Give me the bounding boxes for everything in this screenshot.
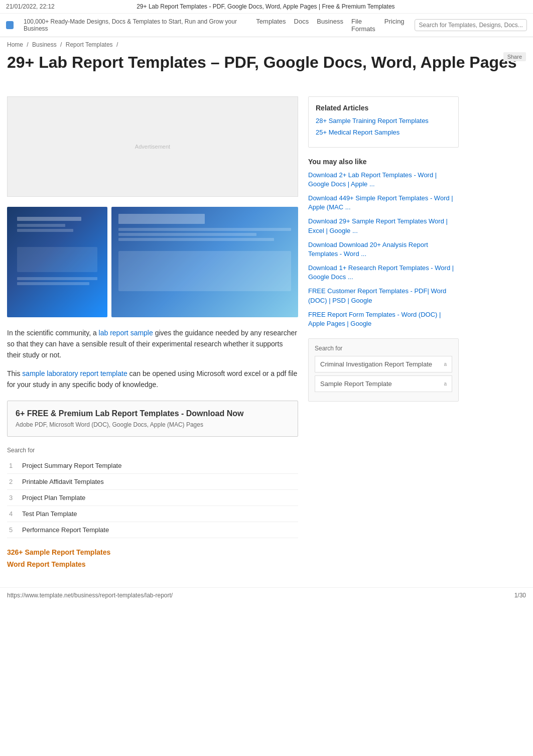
sidebar: Related Articles 28+ Sample Training Rep… — [308, 96, 459, 572]
search-list-item[interactable]: 4Test Plan Template — [7, 506, 298, 522]
you-may-also-link[interactable]: Download 449+ Simple Report Templates - … — [308, 194, 459, 212]
lab-report-sample-link[interactable]: lab report sample — [99, 329, 153, 337]
main-nav: Templates Docs Business File Formats Pri… — [256, 18, 404, 33]
main-layout: Advertisement — [0, 96, 533, 572]
content-area: Advertisement — [7, 96, 298, 572]
tagline: 100,000+ Ready-Made Designs, Docs & Temp… — [24, 18, 246, 32]
related-article-link[interactable]: 28+ Sample Training Report Templates — [316, 117, 451, 124]
body-text: In the scientific community, a lab repor… — [7, 327, 298, 391]
breadcrumb-business[interactable]: Business — [32, 41, 57, 48]
sample-lab-report-link[interactable]: sample laboratory report template — [22, 369, 127, 377]
bottom-bar: https://www.template.net/business/report… — [0, 587, 533, 603]
images-grid — [7, 207, 298, 317]
bottom-links: 326+ Sample Report TemplatesWord Report … — [7, 548, 298, 568]
related-articles-items: 28+ Sample Training Report Templates25+ … — [316, 117, 451, 136]
nav-pricing[interactable]: Pricing — [384, 18, 405, 33]
search-list-item[interactable]: 3Project Plan Template — [7, 490, 298, 506]
breadcrumb-report-templates[interactable]: Report Templates — [66, 41, 113, 48]
nav-search-input[interactable] — [415, 19, 527, 31]
you-may-also-link[interactable]: Download Download 20+ Analysis Report Te… — [308, 240, 459, 259]
search-list-item[interactable]: 2Printable Affidavit Templates — [7, 474, 298, 490]
cta-subtitle: Adobe PDF, Microsoft Word (DOC), Google … — [16, 421, 290, 428]
cta-title: 6+ FREE & Premium Lab Report Templates -… — [16, 409, 290, 418]
breadcrumb-home[interactable]: Home — [7, 41, 23, 48]
related-articles-title: Related Articles — [316, 104, 451, 112]
page-title-area: 29+ Lab Report Templates – PDF, Google D… — [0, 52, 533, 86]
page-title: 29+ Lab Report Templates – PDF, Google D… — [7, 52, 526, 73]
you-may-also-items: Download 2+ Lab Report Templates - Word … — [308, 171, 459, 329]
sidebar-search-option[interactable]: Sample Report Templatea — [315, 375, 452, 392]
bottom-link[interactable]: 326+ Sample Report Templates — [7, 548, 298, 556]
you-may-also-title: You may also like — [308, 158, 459, 166]
nav-bar: 100,000+ Ready-Made Designs, Docs & Temp… — [0, 14, 533, 37]
search-list: 1Project Summary Report Template2Printab… — [7, 458, 298, 538]
you-may-also-section: You may also like Download 2+ Lab Report… — [308, 158, 459, 329]
sidebar-search-label: Search for — [315, 345, 452, 352]
site-logo-icon — [6, 21, 14, 29]
you-may-also-link[interactable]: Download 2+ Lab Report Templates - Word … — [308, 171, 459, 189]
template-image-right[interactable] — [111, 207, 298, 317]
search-for-label: Search for — [7, 447, 298, 454]
bottom-link[interactable]: Word Report Templates — [7, 560, 298, 568]
sidebar-search-option[interactable]: Criminal Investigation Report Templatea — [315, 356, 452, 372]
template-image-left[interactable] — [7, 207, 107, 317]
nav-file-formats[interactable]: File Formats — [351, 18, 376, 33]
you-may-also-link[interactable]: FREE Report Form Templates - Word (DOC) … — [308, 310, 459, 328]
sidebar-search-widget: Search for Criminal Investigation Report… — [308, 338, 459, 402]
page-indicator: 1/30 — [514, 592, 526, 599]
nav-business[interactable]: Business — [317, 18, 343, 33]
browser-top-bar: 21/01/2022, 22:12 29+ Lab Report Templat… — [0, 0, 533, 14]
share-button[interactable]: Share — [503, 52, 526, 61]
related-articles-box: Related Articles 28+ Sample Training Rep… — [308, 96, 459, 148]
you-may-also-link[interactable]: Download 29+ Sample Report Templates Wor… — [308, 217, 459, 235]
page-title-tab: 29+ Lab Report Templates - PDF, Google D… — [137, 3, 394, 10]
nav-templates[interactable]: Templates — [256, 18, 286, 33]
you-may-also-link[interactable]: Download 1+ Research Report Templates - … — [308, 264, 459, 282]
related-article-link[interactable]: 25+ Medical Report Samples — [316, 129, 451, 136]
breadcrumb: Home / Business / Report Templates / — [0, 37, 533, 52]
datetime: 21/01/2022, 22:12 — [6, 3, 55, 10]
ad-placeholder: Advertisement — [7, 96, 298, 197]
cta-box[interactable]: 6+ FREE & Premium Lab Report Templates -… — [7, 401, 298, 437]
nav-docs[interactable]: Docs — [294, 18, 309, 33]
you-may-also-link[interactable]: FREE Customer Report Templates - PDF| Wo… — [308, 287, 459, 305]
sidebar-search-items: Criminal Investigation Report TemplateaS… — [315, 356, 452, 392]
search-list-item[interactable]: 1Project Summary Report Template — [7, 458, 298, 474]
bottom-url: https://www.template.net/business/report… — [7, 592, 173, 599]
search-list-item[interactable]: 5Performance Report Template — [7, 522, 298, 538]
